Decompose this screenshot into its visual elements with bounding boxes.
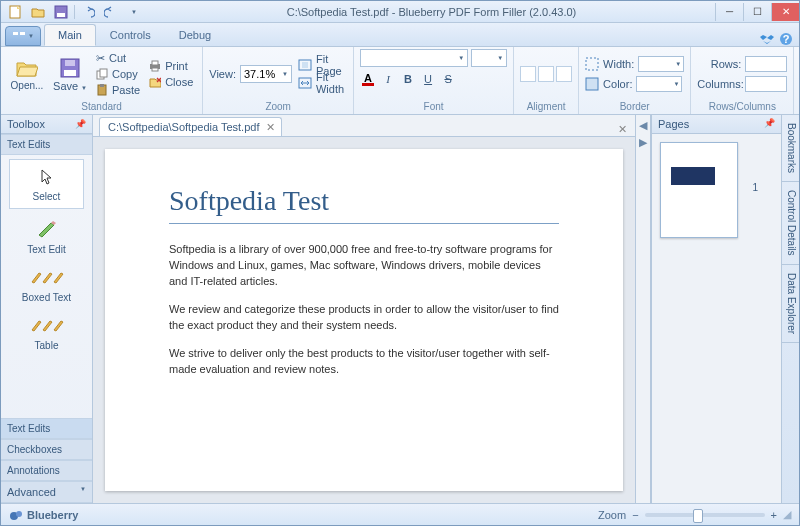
app-menu-button[interactable]: ▼ (5, 26, 41, 46)
border-color-combobox[interactable]: ▼ (636, 76, 682, 92)
table-pencils-icon (30, 315, 64, 337)
copy-button[interactable]: Copy (93, 66, 143, 82)
toolbox-pin-icon[interactable]: 📌 (75, 119, 86, 129)
group-label-rc: Rows/Columns (691, 101, 793, 114)
svg-text:A: A (364, 72, 372, 84)
zoom-out-icon[interactable]: − (632, 509, 638, 521)
svg-rect-4 (13, 32, 18, 35)
rows-input[interactable] (745, 56, 787, 72)
workspace: Toolbox📌 Text Edits Select Text Edit Box… (1, 115, 799, 503)
save-button[interactable]: Save ▼ (50, 55, 90, 94)
tool-text-edit[interactable]: Text Edit (1, 213, 92, 261)
document-tab[interactable]: C:\Softpedia\Softpedia Test.pdf✕ (99, 117, 282, 136)
zoom-label: Zoom (598, 509, 626, 521)
close-all-tabs-icon[interactable]: ✕ (610, 123, 635, 136)
tab-controls[interactable]: Controls (96, 24, 165, 46)
border-width-combobox[interactable]: ▼ (638, 56, 684, 72)
font-family-combobox[interactable]: ▼ (360, 49, 468, 67)
side-tabs: Bookmarks Control Details Data Explorer (781, 115, 799, 503)
fit-width-button[interactable]: Fit Width (295, 75, 347, 91)
quick-access-toolbar: ▼ (1, 3, 148, 21)
tab-debug[interactable]: Debug (165, 24, 225, 46)
ribbon-group-zoom: View: 37.1%▼ Fit Page Fit Width Zoom (203, 47, 354, 114)
help-icon[interactable]: ? (779, 32, 793, 46)
tab-main[interactable]: Main (44, 24, 96, 46)
toolbox-panel: Toolbox📌 Text Edits Select Text Edit Box… (1, 115, 93, 503)
strike-button[interactable]: S (440, 71, 456, 87)
nav-next-icon[interactable]: ▶ (639, 136, 647, 149)
boxed-pencils-icon (30, 267, 64, 289)
align-right-button[interactable] (556, 66, 572, 82)
toolbox-group-annotations[interactable]: Annotations (1, 460, 92, 481)
page-thumbnail[interactable] (660, 142, 738, 238)
toolbox-group-advanced[interactable]: Advanced▼ (1, 481, 92, 503)
toolbox-group-checkboxes[interactable]: Checkboxes (1, 439, 92, 460)
view-label: View: (209, 68, 236, 80)
side-tab-bookmarks[interactable]: Bookmarks (782, 115, 799, 182)
doc-paragraph: We strive to deliver only the best produ… (169, 346, 559, 378)
nav-prev-icon[interactable]: ◀ (639, 119, 647, 132)
toolbox-title: Toolbox (7, 118, 45, 130)
font-size-combobox[interactable]: ▼ (471, 49, 507, 67)
pages-title: Pages (658, 118, 689, 130)
page-thumbnails[interactable]: 1 (652, 134, 781, 503)
cut-button[interactable]: ✂Cut (93, 50, 143, 66)
border-width-label: Width: (603, 58, 634, 70)
group-label-zoom: Zoom (203, 101, 353, 114)
svg-rect-23 (586, 58, 598, 70)
zoom-in-icon[interactable]: + (771, 509, 777, 521)
pages-pin-icon[interactable]: 📌 (764, 118, 775, 130)
qat-open-icon[interactable] (28, 3, 48, 21)
columns-input[interactable] (745, 76, 787, 92)
doc-paragraph: We review and categorize these products … (169, 302, 559, 334)
title-bar: ▼ C:\Softpedia Test.pdf - Blueberry PDF … (1, 1, 799, 23)
ribbon-group-standard: Open... Save ▼ ✂Cut Copy Paste Print Clo… (1, 47, 203, 114)
pages-panel: Pages📌 1 Bookmarks Control Details Data … (651, 115, 799, 503)
resize-grip-icon[interactable]: ◢ (783, 508, 791, 521)
status-bar: Blueberry Zoom − + ◢ (1, 503, 799, 525)
document-page: Softpedia Test Softpedia is a library of… (105, 149, 623, 491)
border-icon (585, 57, 599, 71)
paste-button[interactable]: Paste (93, 82, 143, 98)
brand: Blueberry (9, 508, 78, 522)
fill-icon (585, 77, 599, 91)
ribbon-tabs: ▼ Main Controls Debug ? (1, 23, 799, 47)
side-tab-control-details[interactable]: Control Details (782, 182, 799, 265)
print-button[interactable]: Print (146, 58, 196, 74)
toolbox-group-textedits[interactable]: Text Edits (1, 418, 92, 439)
bold-button[interactable]: B (400, 71, 416, 87)
dropbox-icon[interactable] (760, 32, 774, 46)
font-color-button[interactable]: A (360, 71, 376, 87)
close-tab-icon[interactable]: ✕ (266, 121, 275, 134)
document-canvas[interactable]: Softpedia Test Softpedia is a library of… (93, 137, 635, 503)
zoom-combobox[interactable]: 37.1%▼ (240, 65, 292, 83)
zoom-slider[interactable] (645, 513, 765, 517)
tool-boxed-text[interactable]: Boxed Text (1, 261, 92, 309)
italic-button[interactable]: I (380, 71, 396, 87)
tool-select[interactable]: Select (9, 159, 84, 209)
ribbon-group-highlight: Highlight Controls (794, 47, 800, 114)
align-left-button[interactable] (520, 66, 536, 82)
clipboard-icon (96, 84, 108, 96)
svg-point-28 (16, 511, 22, 517)
ribbon-group-rows-columns: Rows: Columns: Rows/Columns (691, 47, 794, 114)
close-doc-button[interactable]: Close (146, 74, 196, 90)
align-center-button[interactable] (538, 66, 554, 82)
svg-rect-9 (64, 70, 76, 76)
group-label-border: Border (579, 101, 690, 114)
open-button[interactable]: Open... (7, 55, 47, 93)
maximize-button[interactable]: ☐ (743, 3, 771, 21)
qat-save-icon[interactable] (51, 3, 71, 21)
qat-redo-icon[interactable] (101, 3, 121, 21)
open-folder-icon (15, 57, 39, 79)
minimize-button[interactable]: ─ (715, 3, 743, 21)
qat-new-icon[interactable] (5, 3, 25, 21)
ribbon-group-font: ▼ ▼ A I B U S Font (354, 47, 514, 114)
qat-menu-dropdown[interactable]: ▼ (124, 3, 144, 21)
tool-table[interactable]: Table (1, 309, 92, 357)
side-tab-data-explorer[interactable]: Data Explorer (782, 265, 799, 343)
group-label-alignment: Aligment (514, 101, 578, 114)
close-button[interactable]: ✕ (771, 3, 799, 21)
underline-button[interactable]: U (420, 71, 436, 87)
qat-undo-icon[interactable] (78, 3, 98, 21)
